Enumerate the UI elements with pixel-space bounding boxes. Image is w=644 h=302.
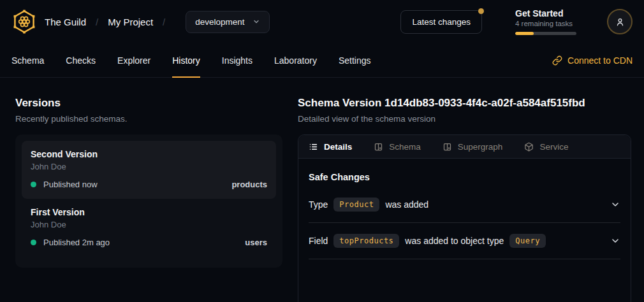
main-content: Versions Recently published schemas. Sec… [0, 78, 644, 302]
published-dot-icon [31, 240, 36, 245]
tab-service[interactable]: Service [524, 142, 568, 152]
schema-version-title: Schema Version 1d14db83-0933-4f4c-a02f-a… [298, 97, 631, 110]
schema-version-subtitle: Detailed view of the schema version [298, 114, 631, 124]
tab-schema-label: Schema [389, 142, 421, 152]
cube-icon [524, 142, 534, 152]
version-title: Second Version [31, 149, 267, 159]
published-label: Published 2m ago [43, 238, 110, 247]
versions-title: Versions [15, 97, 282, 110]
version-author: John Doe [31, 162, 267, 171]
tab-settings[interactable]: Settings [339, 43, 371, 78]
versions-subtitle: Recently published schemas. [15, 114, 282, 124]
version-status-row: Published now products [31, 180, 267, 189]
details-content: Safe Changes Type Product was added Fiel… [298, 172, 631, 259]
target-selector-value: development [195, 17, 244, 27]
list-icon [309, 142, 318, 152]
version-author: John Doe [31, 220, 267, 229]
get-started-title: Get Started [515, 8, 576, 18]
change-text-segment: Type [309, 199, 328, 210]
changes-list: Type Product was added Field topProducts… [309, 187, 620, 259]
hive-logo-icon[interactable] [11, 9, 37, 34]
version-title: First Version [31, 207, 267, 217]
breadcrumb-separator: / [96, 17, 98, 27]
tab-history[interactable]: History [172, 43, 200, 78]
change-text-segment: Field [309, 236, 328, 246]
get-started-progress-track [515, 32, 576, 35]
nav-spacer [371, 43, 553, 77]
get-started-widget[interactable]: Get Started 4 remaining tasks [515, 8, 576, 35]
chevron-down-icon [610, 199, 620, 210]
published-label: Published now [43, 180, 98, 189]
user-avatar[interactable] [607, 9, 633, 34]
safe-changes-title: Safe Changes [309, 172, 620, 182]
latest-changes-button[interactable]: Latest changes [400, 10, 482, 34]
version-list-item[interactable]: Second Version John Doe Published now pr… [22, 141, 276, 199]
change-row[interactable]: Field topProducts was added to object ty… [309, 223, 620, 259]
chevron-down-icon [252, 18, 260, 25]
version-list-item[interactable]: First Version John Doe Published 2m ago … [22, 199, 276, 257]
tab-schema[interactable]: Schema [11, 43, 44, 78]
tab-checks[interactable]: Checks [66, 43, 96, 78]
tab-explorer[interactable]: Explorer [117, 43, 150, 78]
change-description: Field topProducts was added to object ty… [309, 234, 546, 248]
change-description: Type Product was added [309, 198, 428, 212]
app-header: The Guild / My Project / development Lat… [0, 0, 644, 43]
connect-to-cdn-button[interactable]: Connect to CDN [552, 43, 633, 77]
field-name-badge: topProducts [333, 234, 399, 248]
detail-tabs: Details Schema Supergraph [298, 135, 631, 159]
main-nav: Schema Checks Explorer History Insights … [0, 43, 644, 78]
service-name: users [245, 238, 267, 247]
type-name-badge: Query [509, 234, 546, 248]
tab-insights[interactable]: Insights [222, 43, 252, 78]
published-dot-icon [31, 182, 36, 187]
change-text-segment: was added to object type [405, 236, 504, 246]
tab-details[interactable]: Details [309, 142, 352, 152]
progress-fill [515, 32, 534, 35]
change-row[interactable]: Type Product was added [309, 187, 620, 223]
tab-supergraph[interactable]: Supergraph [443, 142, 503, 152]
columns-icon [374, 142, 383, 152]
tab-service-label: Service [539, 142, 568, 152]
service-name: products [231, 180, 267, 189]
breadcrumb-org[interactable]: The Guild [45, 17, 86, 27]
type-name-badge: Product [333, 198, 379, 212]
schema-version-panel: Schema Version 1d14db83-0933-4f4c-a02f-a… [298, 78, 644, 302]
connect-to-cdn-label: Connect to CDN [567, 55, 633, 66]
breadcrumb-separator: / [163, 17, 165, 27]
columns-icon [443, 142, 452, 152]
tab-schema-sdl[interactable]: Schema [374, 142, 421, 152]
notification-dot [478, 8, 484, 14]
versions-list: Second Version John Doe Published now pr… [15, 134, 282, 268]
breadcrumb-project[interactable]: My Project [108, 17, 153, 27]
schema-version-card: Details Schema Supergraph [298, 134, 631, 302]
link-icon [552, 55, 562, 66]
user-icon [615, 17, 626, 27]
get-started-tasks: 4 remaining tasks [515, 20, 576, 27]
version-status-row: Published 2m ago users [31, 238, 267, 247]
nav-tabs: Schema Checks Explorer History Insights … [11, 43, 371, 77]
change-text-segment: was added [385, 199, 428, 210]
tab-laboratory[interactable]: Laboratory [274, 43, 317, 78]
tab-supergraph-label: Supergraph [458, 142, 503, 152]
tab-details-label: Details [324, 142, 352, 152]
latest-changes-label: Latest changes [412, 17, 471, 27]
versions-panel: Versions Recently published schemas. Sec… [0, 78, 298, 302]
chevron-down-icon [610, 236, 620, 246]
target-selector-dropdown[interactable]: development [186, 11, 269, 33]
